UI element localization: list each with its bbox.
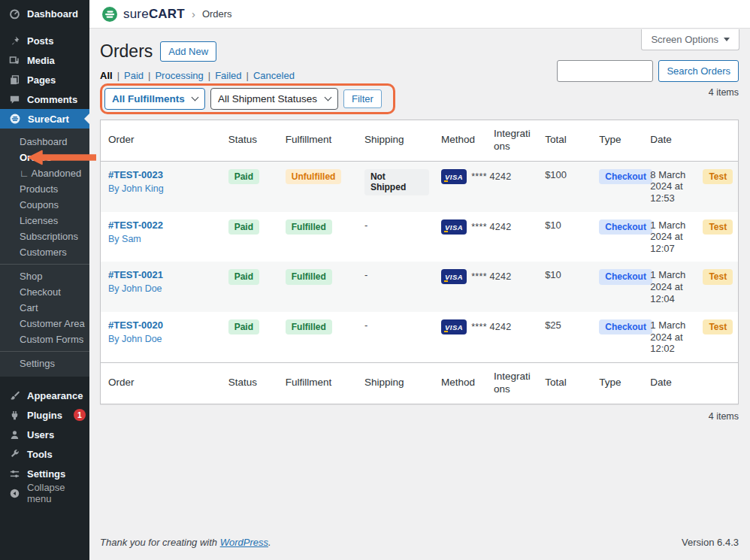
sidebar-item-label: Comments [27, 94, 77, 105]
shipping-cell: - [357, 262, 434, 312]
sidebar-item-comments[interactable]: Comments [0, 89, 89, 109]
filter-button[interactable]: Filter [343, 89, 382, 108]
menu-divider [0, 377, 89, 386]
order-number-link[interactable]: #TEST-0020 [108, 319, 216, 331]
add-new-button[interactable]: Add New [160, 41, 216, 62]
sidebar-item-surecart[interactable]: SureCart [0, 109, 89, 129]
col-date: Date [643, 120, 695, 162]
sidebar-item-appearance[interactable]: Appearance [0, 386, 89, 405]
sidebar-item-settings[interactable]: Settings [0, 464, 89, 483]
shipment-status-select[interactable]: All Shipment Statuses [210, 88, 338, 110]
order-customer-link[interactable]: By John King [108, 183, 216, 194]
table-header-row: Order Status Fulfillment Shipping Method… [101, 120, 739, 162]
sidebar-item-pages[interactable]: Pages [0, 70, 89, 89]
collapse-arrow-icon [9, 488, 20, 499]
view-separator: | [117, 70, 119, 81]
sidebar-item-dashboard[interactable]: Dashboard [0, 4, 89, 23]
sidebar-subitem-subscriptions[interactable]: Subscriptions [0, 229, 89, 244]
order-customer-link[interactable]: By Sam [108, 234, 216, 244]
view-canceled-link[interactable]: Canceled [253, 70, 295, 81]
admin-footer: Thank you for creating with WordPress. V… [89, 529, 750, 560]
sidebar-item-label: Plugins [27, 410, 62, 421]
sidebar-item-label: Media [27, 55, 55, 66]
sidebar-item-tools[interactable]: Tools [0, 444, 89, 464]
type-badge: Checkout [599, 169, 652, 184]
fulfillment-badge: Unfulfilled [286, 169, 342, 184]
status-badge: Paid [228, 169, 259, 184]
order-number-link[interactable]: #TEST-0021 [108, 269, 216, 280]
status-badge: Paid [228, 219, 259, 235]
sidebar-subitem-abandoned[interactable]: ∟ Abandoned [0, 165, 89, 181]
sidebar-subitem-shop[interactable]: Shop [0, 268, 89, 284]
total-cell: $100 [537, 161, 591, 211]
visa-logo: VISA [441, 219, 467, 235]
col-shipping: Shipping [357, 362, 434, 404]
brand-wordmark: sureCART [123, 7, 185, 22]
view-processing-link[interactable]: Processing [155, 70, 203, 81]
table-footer-row: Order Status Fulfillment Shipping Method… [101, 362, 739, 404]
shipment-select-wrap: All Shipment Statuses [210, 88, 338, 110]
surecart-brand: sureCART [101, 6, 185, 23]
order-customer-link[interactable]: By John Doe [108, 334, 216, 344]
sidebar-item-label: Posts [27, 35, 53, 47]
test-mode-badge: Test [703, 219, 733, 235]
search-orders-button[interactable]: Search Orders [658, 60, 739, 82]
date-cell: 1 March 2024 at 12:07 [643, 212, 695, 262]
table-row: #TEST-0021By John Doe Paid Fulfilled - V… [101, 262, 739, 312]
search-input[interactable] [557, 60, 653, 82]
order-customer-link[interactable]: By John Doe [108, 283, 216, 294]
card-last4: **** 4242 [471, 222, 511, 232]
sidebar-item-users[interactable]: Users [0, 425, 89, 444]
sidebar-item-posts[interactable]: Posts [0, 31, 89, 50]
col-total: Total [537, 362, 591, 404]
sidebar-item-label: SureCart [28, 114, 69, 125]
app-window: Dashboard Posts Media Pages Comments Sur… [0, 0, 750, 560]
sidebar-subitem-products[interactable]: Products [0, 181, 89, 197]
filter-highlight-annotation: All Fulfillments All Shipment Statuses F… [100, 83, 395, 114]
sidebar-subitem-licenses[interactable]: Licenses [0, 213, 89, 229]
fulfillment-select[interactable]: All Fulfillments [104, 88, 205, 110]
dashboard-gauge-icon [9, 8, 20, 20]
card-last4: **** 4242 [471, 322, 511, 332]
sidebar-item-label: Tools [27, 449, 53, 460]
screen-options-tab[interactable]: Screen Options [641, 29, 739, 50]
plugins-update-badge: 1 [74, 409, 86, 421]
sidebar-subitem-coupons[interactable]: Coupons [0, 197, 89, 213]
view-separator: | [208, 70, 210, 81]
menu-divider [0, 23, 89, 31]
breadcrumb-chevron-icon: › [192, 8, 195, 20]
view-failed-link[interactable]: Failed [215, 70, 241, 81]
visa-logo: VISA [441, 169, 467, 184]
wrench-icon [9, 449, 20, 460]
items-count-bottom: 4 items [100, 411, 739, 422]
fulfillment-select-wrap: All Fulfillments [104, 88, 205, 110]
col-status: Status [221, 362, 278, 404]
sidebar-subitem-customer-area[interactable]: Customer Area [0, 316, 89, 331]
sidebar-subitem-settings[interactable]: Settings [0, 356, 89, 371]
fulfillment-badge: Fulfilled [286, 269, 332, 284]
sidebar-item-plugins[interactable]: Plugins 1 [0, 405, 89, 425]
col-shipping: Shipping [357, 120, 434, 162]
view-paid-link[interactable]: Paid [124, 70, 144, 81]
media-icon [9, 55, 20, 66]
order-number-link[interactable]: #TEST-0022 [108, 219, 216, 231]
visa-logo: VISA [441, 319, 467, 334]
sidebar-subitem-custom-forms[interactable]: Custom Forms [0, 331, 89, 347]
sidebar-subitem-dashboard[interactable]: Dashboard [0, 134, 89, 150]
sidebar-subitem-cart[interactable]: Cart [0, 300, 89, 316]
col-integrations: Integrations [486, 120, 537, 162]
order-number-link[interactable]: #TEST-0023 [108, 169, 216, 180]
sidebar-item-collapse-menu[interactable]: Collapse menu [0, 483, 89, 503]
sidebar-subitem-customers[interactable]: Customers [0, 244, 89, 260]
comment-bubble-icon [9, 94, 20, 105]
user-icon [9, 429, 20, 440]
sidebar-item-label: Settings [27, 468, 65, 480]
sidebar-item-media[interactable]: Media [0, 50, 89, 70]
sidebar-subitem-checkout[interactable]: Checkout [0, 284, 89, 300]
card-last4: **** 4242 [471, 271, 511, 282]
view-all-link[interactable]: All [100, 70, 113, 81]
card-last4: **** 4242 [471, 171, 511, 182]
wordpress-link[interactable]: WordPress [220, 537, 268, 548]
col-status: Status [221, 120, 278, 162]
sidebar-subitem-orders[interactable]: Orders [0, 150, 89, 165]
